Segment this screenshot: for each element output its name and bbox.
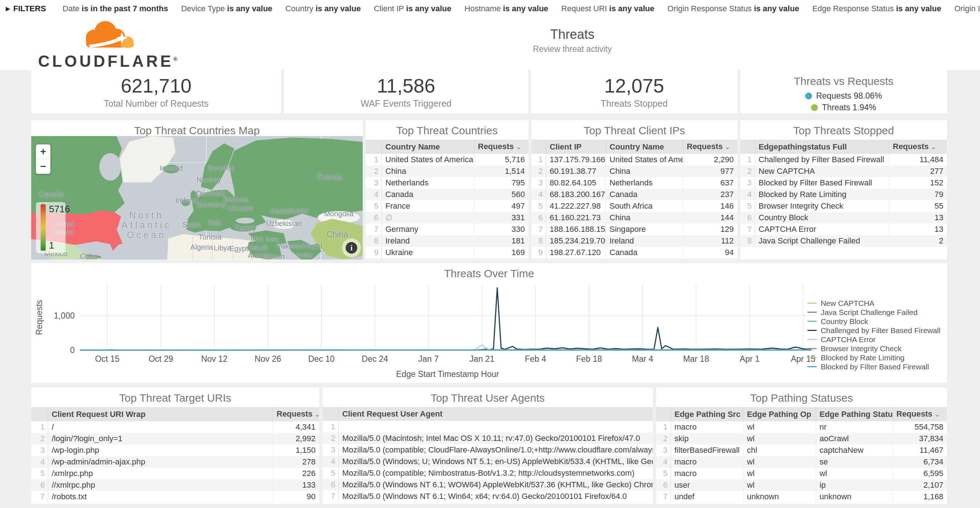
table-cell: 41.222.227.98 [546, 200, 606, 212]
table-cell: 61.160.247.127 [546, 258, 606, 260]
map-zoom-in-button[interactable]: + [36, 145, 51, 159]
table-cell: 2,107 [892, 479, 947, 491]
row-rank: 5 [366, 200, 382, 212]
table-cell: 144 [683, 212, 737, 223]
table-row: 1 [323, 421, 653, 433]
table-cell: 198.27.67.120 [546, 247, 606, 258]
map-country-label: Tunisia [198, 233, 222, 241]
column-header[interactable]: Requests ⌄ [273, 407, 319, 421]
row-rank: 2 [531, 166, 546, 177]
filter-chip[interactable]: Origin Response Statusis any value [667, 4, 799, 13]
row-rank: 6 [656, 479, 671, 491]
column-header[interactable]: Client Request URI Wrap [48, 407, 273, 421]
row-rank: 3 [531, 177, 546, 189]
filter-chip[interactable]: Client IPis any value [374, 4, 452, 13]
row-rank: 1 [531, 154, 546, 166]
map-zoom-out-button[interactable]: − [36, 159, 51, 174]
filter-chip[interactable]: Request URIis any value [562, 4, 655, 13]
row-rank: 3 [740, 177, 755, 189]
column-header[interactable]: Country Name [606, 140, 683, 154]
table-cell: 55 [889, 200, 947, 212]
top-pathing-statuses-panel: Top Pathing Statuses Edge Pathing SrcEdg… [656, 387, 947, 504]
filters-toggle[interactable]: ▶ FILTERS [6, 4, 46, 13]
column-header[interactable]: Client Request User Agent [338, 407, 653, 421]
top-threat-countries-table: Country NameRequests ⌄1United States of … [366, 140, 528, 260]
filter-chip[interactable]: Origin IPis any value [954, 4, 980, 13]
row-rank: 9 [531, 247, 546, 258]
column-header[interactable]: Country Name [382, 140, 474, 154]
table-cell: 146 [683, 200, 737, 212]
table-row: 5/xmlrpc.php226 [31, 468, 319, 479]
map-info-button[interactable]: i [342, 238, 361, 257]
map-country-label: Italy [208, 218, 222, 226]
legend-line-swatch-icon [807, 357, 817, 358]
table-cell: Canada [606, 189, 683, 200]
table-cell: 188.166.188.152 [546, 223, 606, 235]
table-cell [338, 421, 653, 433]
table-cell: 181 [474, 235, 528, 247]
row-rank: 10 [366, 258, 382, 260]
table-row: 7/robots.txt90 [31, 491, 319, 503]
table-row: 2skipwlaoCrawl37,834 [656, 433, 947, 444]
column-header[interactable]: Edge Pathing Op [743, 407, 816, 421]
table-cell: Blocked by Rate Limiting [755, 189, 889, 200]
table-cell: 1,150 [273, 444, 319, 456]
filter-chip[interactable]: Hostnameis any value [465, 4, 548, 13]
table-cell: United States of America [606, 154, 683, 166]
table-row: 7CAPTCHA Error13 [740, 223, 947, 235]
top-threat-user-agents-panel: Top Threat User Agents Client Request Us… [323, 387, 653, 504]
column-header[interactable]: Requests ⌄ [892, 407, 947, 421]
top-threats-stopped-title: Top Threats Stopped [740, 120, 947, 137]
column-header[interactable]: Edge Pathing Src [671, 407, 743, 421]
svg-text:Dec 24: Dec 24 [362, 354, 388, 363]
table-cell: wl [743, 479, 816, 491]
map-country-label: Algeria [191, 243, 213, 251]
row-rank: 5 [31, 468, 48, 479]
rank-column-header [31, 407, 48, 421]
stat-waf-events-value: 11,586 [377, 75, 435, 97]
table-cell: filterBasedFirewall [671, 444, 743, 456]
table-cell: se [816, 456, 892, 468]
row-rank: 5 [656, 468, 671, 479]
top-threat-countries-panel: Top Threat Countries Country NameRequest… [366, 120, 528, 260]
map-color-scale-legend: 5716 1 [36, 202, 66, 253]
filter-chip[interactable]: Device Typeis any value [181, 4, 272, 13]
world-map-canvas[interactable]: CanadaUnited StatesMexicoCubaNorthAtlant… [31, 136, 363, 260]
svg-text:Nov 12: Nov 12 [201, 354, 228, 363]
table-cell: user [671, 479, 743, 491]
table-cell: 133 [273, 479, 319, 491]
filter-chip[interactable]: Edge Response Statusis any value [812, 4, 941, 13]
table-row: 1061.160.247.127China88 [531, 258, 737, 260]
table-row: 2China1,514 [366, 166, 528, 177]
table-cell: Ireland [606, 235, 683, 247]
column-header[interactable]: Requests ⌄ [474, 140, 528, 154]
top-pathing-statuses-table: Edge Pathing SrcEdge Pathing OpEdge Path… [656, 407, 947, 504]
top-threat-target-uris-panel: Top Threat Target URIs Client Request UR… [31, 387, 319, 504]
row-rank: 4 [656, 456, 671, 468]
filter-chip[interactable]: Countryis any value [285, 4, 361, 13]
table-cell: /robots.txt [48, 491, 273, 503]
column-header[interactable]: Edgepathingstatus Full [755, 140, 889, 154]
table-row: 7Mozilla/5.0 (Windows NT 6.1; Win64; x64… [323, 490, 653, 502]
table-cell: wl [743, 468, 816, 479]
column-header[interactable]: Client IP [546, 140, 606, 154]
table-row: 468.183.200.167Canada237 [531, 189, 737, 200]
table-row: 661.160.221.73China144 [531, 212, 737, 223]
filter-chip[interactable]: Dateis in the past 7 months [63, 4, 168, 13]
svg-text:Jan 21: Jan 21 [469, 354, 494, 363]
table-cell: macro [671, 421, 743, 433]
top-threats-stopped-table: Edgepathingstatus FullRequests ⌄1Challen… [740, 140, 947, 260]
column-header[interactable]: Requests ⌄ [683, 140, 737, 154]
column-header[interactable]: Requests ⌄ [889, 140, 947, 154]
map-country-label: Germany [197, 201, 226, 209]
column-header[interactable]: Edge Pathing Status [816, 407, 892, 421]
table-row: 7undefunknownunknown1,168 [656, 491, 947, 503]
table-row: 8185.234.219.70Ireland112 [531, 235, 737, 247]
table-cell: 6,734 [892, 456, 947, 468]
row-rank: 7 [366, 223, 382, 235]
table-row: 4Blocked by Rate Limiting79 [740, 189, 947, 200]
tvr-legend-item: Threats 1.94% [811, 103, 876, 113]
table-row: 4Canada560 [366, 189, 528, 200]
table-cell: Canada [606, 247, 683, 258]
table-cell: Ukraine [382, 247, 474, 258]
